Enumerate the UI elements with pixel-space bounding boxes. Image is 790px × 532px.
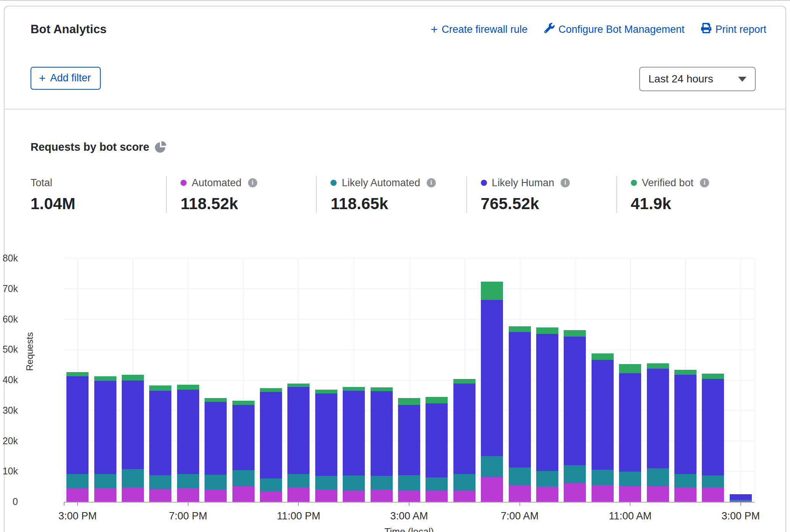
bar-segment-verified-bot	[205, 398, 227, 402]
bar-5-00-am[interactable]	[453, 379, 476, 502]
bar-segment-likely-automated	[343, 476, 365, 491]
bar-12-00-am[interactable]	[315, 390, 337, 502]
bar-segment-automated	[177, 488, 199, 502]
bar-8-00-pm[interactable]	[205, 398, 227, 502]
x-tick-label: 3:00 AM	[390, 510, 428, 522]
bar-segment-automated	[122, 488, 144, 502]
bar-segment-likely-automated	[149, 475, 171, 489]
x-tick	[740, 503, 741, 506]
bar-segment-likely-automated	[702, 476, 724, 488]
plus-icon: +	[430, 26, 438, 33]
page-title: Bot Analytics	[31, 23, 107, 36]
bar-2-00-am[interactable]	[371, 387, 393, 502]
bar-11-00-pm[interactable]	[287, 384, 310, 502]
bar-segment-likely-human	[66, 376, 89, 474]
plot-area: 010k20k30k40k50k60k70k80k3:00 PM7:00 PM1…	[64, 258, 755, 503]
bar-3-00-pm[interactable]	[730, 494, 752, 502]
bar-12-00-pm[interactable]	[647, 363, 669, 502]
bar-segment-likely-automated	[619, 472, 641, 486]
x-axis-origin-tick	[64, 503, 64, 506]
bar-segment-likely-automated	[122, 469, 144, 488]
time-range-select[interactable]: Last 24 hours	[639, 67, 756, 91]
bar-segment-likely-human	[453, 384, 476, 474]
bar-segment-likely-automated	[205, 475, 227, 490]
bar-segment-verified-bot	[509, 326, 531, 332]
bar-segment-verified-bot	[674, 370, 696, 375]
bar-3-00-am[interactable]	[398, 398, 420, 502]
info-icon[interactable]: i	[700, 178, 709, 187]
bar-segment-automated	[619, 486, 641, 502]
bar-segment-likely-human	[536, 334, 558, 471]
bar-9-00-am[interactable]	[564, 330, 586, 502]
bar-segment-verified-bot	[371, 387, 393, 391]
bar-segment-verified-bot	[287, 384, 310, 387]
likely-automated-legend-dot	[331, 180, 337, 186]
bar-segment-likely-human	[177, 390, 199, 474]
bar-segment-automated	[371, 490, 393, 502]
bar-segment-automated	[592, 485, 614, 502]
info-icon[interactable]: i	[427, 178, 436, 187]
bar-segment-verified-bot	[122, 375, 144, 380]
bar-segment-automated	[232, 486, 255, 502]
bar-5-00-pm[interactable]	[122, 375, 144, 502]
x-tick	[409, 503, 410, 506]
bar-7-00-pm[interactable]	[177, 385, 199, 502]
x-tick-label: 7:00 AM	[501, 510, 538, 522]
plus-icon: +	[39, 74, 46, 82]
print-report-link[interactable]: Print report	[701, 23, 766, 36]
bar-segment-likely-human	[426, 403, 448, 477]
x-tick-label: 3:00 PM	[722, 510, 760, 522]
bar-segment-verified-bot	[647, 363, 669, 369]
create-firewall-rule-link[interactable]: + Create firewall rule	[430, 24, 527, 35]
stat-total-value: 1.04M	[31, 195, 155, 213]
bot-analytics-page: Bot Analytics + Create firewall rule Con…	[0, 0, 790, 532]
bar-segment-verified-bot	[232, 401, 255, 405]
y-tick-label: 50k	[0, 344, 18, 355]
bar-6-00-pm[interactable]	[149, 385, 171, 502]
stat-total: Total 1.04M	[31, 176, 166, 213]
bar-11-00-am[interactable]	[619, 364, 641, 502]
bar-segment-likely-automated	[453, 474, 476, 490]
configure-bot-management-link[interactable]: Configure Bot Management	[544, 23, 684, 36]
info-icon[interactable]: i	[248, 178, 257, 187]
stat-likely-human-label: Likely Human	[492, 177, 555, 189]
bar-segment-likely-human	[94, 381, 116, 474]
bar-1-00-am[interactable]	[343, 387, 365, 502]
chevron-down-icon	[738, 77, 746, 82]
bar-9-00-pm[interactable]	[232, 401, 255, 502]
wrench-icon	[544, 23, 555, 36]
bar-4-00-am[interactable]	[426, 397, 448, 502]
y-tick-label: 30k	[0, 405, 18, 416]
bar-3-00-pm[interactable]	[66, 372, 89, 502]
bar-segment-verified-bot	[149, 385, 171, 391]
y-tick-label: 70k	[0, 283, 18, 294]
bar-segment-automated	[453, 490, 476, 502]
add-filter-button[interactable]: + Add filter	[31, 67, 101, 90]
card-header: Bot Analytics + Create firewall rule Con…	[5, 6, 785, 110]
bar-segment-likely-human	[674, 375, 696, 474]
bar-segment-verified-bot	[619, 364, 641, 373]
bar-8-00-am[interactable]	[536, 327, 558, 502]
bar-10-00-am[interactable]	[592, 353, 614, 502]
stat-automated-value: 118.52k	[181, 195, 305, 213]
bar-2-00-pm[interactable]	[702, 373, 724, 502]
x-gridline	[754, 258, 755, 502]
automated-legend-dot	[181, 180, 187, 186]
bar-6-00-am[interactable]	[481, 282, 503, 502]
bar-1-00-pm[interactable]	[674, 370, 696, 502]
bar-segment-likely-automated	[426, 477, 448, 490]
bar-segment-automated	[205, 490, 227, 502]
bar-segment-likely-automated	[564, 465, 586, 483]
bar-segment-likely-automated	[647, 468, 669, 486]
bar-segment-automated	[564, 483, 586, 502]
bar-segment-automated	[509, 485, 531, 502]
bar-7-00-am[interactable]	[509, 326, 531, 502]
section-title-row: Requests by bot score	[31, 141, 166, 153]
bar-segment-likely-automated	[260, 479, 282, 492]
x-tick-label: 11:00 AM	[609, 510, 651, 522]
bar-segment-verified-bot	[398, 398, 420, 405]
bar-segment-likely-human	[371, 391, 393, 476]
bar-10-00-pm[interactable]	[260, 388, 282, 502]
info-icon[interactable]: i	[561, 178, 570, 187]
bar-4-00-pm[interactable]	[94, 376, 116, 502]
